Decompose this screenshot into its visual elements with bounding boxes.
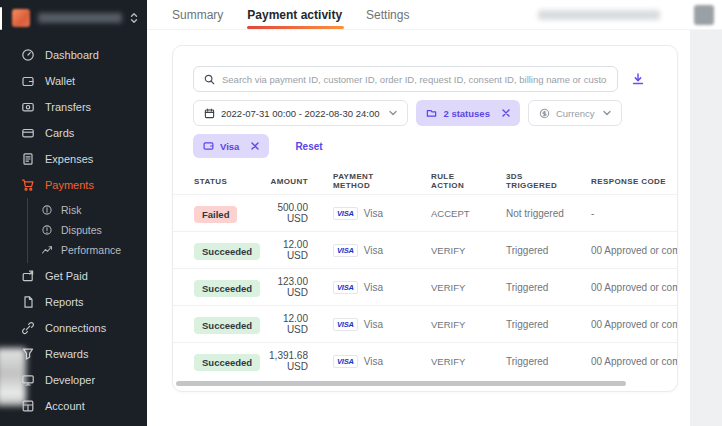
dashboard-icon: [21, 48, 35, 62]
amount-cell: 123.00 USD: [264, 276, 308, 298]
statuses-filter-chip[interactable]: 2 statuses: [416, 100, 519, 126]
sidebar-item-label: Get Paid: [45, 270, 88, 282]
tab-summary[interactable]: Summary: [172, 0, 223, 30]
payment-method-cell: VISA Visa: [308, 318, 406, 331]
date-range-value: 2022-07-31 00:00 - 2022-08-30 24:00: [221, 108, 379, 119]
payment-method-cell: VISA Visa: [308, 244, 406, 257]
amount-cell: 500.00 USD: [264, 202, 308, 224]
sidebar-item-label: Rewards: [45, 348, 88, 360]
active-tab-underline: [247, 26, 344, 29]
threeds-cell: Triggered: [481, 245, 566, 256]
table-row[interactable]: Succeeded 12.00 USD VISA Visa VERIFY Tri…: [173, 231, 677, 268]
table-header-row: STATUS AMOUNT PAYMENT METHOD RULE ACTION…: [173, 168, 677, 194]
user-email-redacted: [538, 10, 660, 20]
threeds-cell: Triggered: [481, 282, 566, 293]
sidebar-subitem-label: Risk: [61, 204, 81, 216]
visa-filter-chip[interactable]: Visa: [193, 134, 269, 158]
sidebar-item-reports[interactable]: Reports: [0, 289, 147, 315]
payment-method-cell: VISA Visa: [308, 355, 406, 368]
sidebar-item-dashboard[interactable]: Dashboard: [0, 42, 147, 68]
sidebar-subitem-risk[interactable]: Risk: [28, 200, 147, 220]
status-cell: Succeeded: [194, 241, 264, 260]
background-strip: [690, 30, 722, 426]
chevron-down-icon: [603, 110, 611, 116]
table-row[interactable]: Succeeded 123.00 USD VISA Visa VERIFY Tr…: [173, 268, 677, 305]
sidebar-subitem-label: Disputes: [61, 224, 102, 236]
status-badge: Succeeded: [194, 354, 260, 371]
sidebar-item-label: Cards: [45, 127, 74, 139]
table-row[interactable]: Succeeded 12.00 USD VISA Visa VERIFY Tri…: [173, 305, 677, 342]
threeds-cell: Not triggered: [481, 208, 566, 219]
tab-settings[interactable]: Settings: [366, 0, 409, 30]
search-input[interactable]: [222, 74, 607, 85]
sidebar-subitem-disputes[interactable]: Disputes: [28, 220, 147, 240]
status-badge: Failed: [194, 206, 237, 223]
sidebar-item-label: Reports: [45, 296, 84, 308]
rule-action-cell: VERIFY: [406, 356, 481, 367]
horizontal-scrollbar[interactable]: [176, 381, 626, 386]
sidebar-item-label: Connections: [45, 322, 106, 334]
search-icon: [204, 74, 215, 85]
connections-icon: [21, 321, 35, 335]
avatar[interactable]: [694, 5, 714, 25]
tab-payment-activity[interactable]: Payment activity: [247, 0, 342, 30]
rule-action-cell: VERIFY: [406, 319, 481, 330]
sidebar-subitem-performance[interactable]: Performance: [28, 240, 147, 260]
table-row[interactable]: Failed 500.00 USD VISA Visa ACCEPT Not t…: [173, 194, 677, 231]
wallet-icon: [21, 74, 35, 88]
card-wallet-icon: [203, 141, 214, 151]
column-header-response-code: RESPONSE CODE: [566, 177, 677, 186]
applied-filters-row: Visa Reset: [173, 134, 677, 158]
response-code-cell: 00 Approved or comple: [566, 245, 677, 256]
calendar-icon: [204, 108, 215, 119]
clear-statuses-icon[interactable]: [502, 109, 510, 117]
visa-logo-icon: VISA: [333, 318, 358, 331]
payment-method-cell: VISA Visa: [308, 207, 406, 220]
sidebar-item-cards[interactable]: Cards: [0, 120, 147, 146]
sidebar-item-payments[interactable]: Payments: [0, 172, 147, 198]
amount-cell: 12.00 USD: [264, 313, 308, 335]
get-paid-icon: [21, 269, 35, 283]
sidebar-item-label: Wallet: [45, 75, 75, 87]
filter-row: 2022-07-31 00:00 - 2022-08-30 24:00 2 st…: [173, 100, 677, 126]
tab-label: Settings: [366, 8, 409, 22]
currency-filter[interactable]: Currency: [528, 100, 622, 126]
risk-icon: [41, 204, 53, 216]
clear-visa-icon[interactable]: [251, 142, 259, 150]
rule-action-cell: ACCEPT: [406, 208, 481, 219]
download-icon[interactable]: [631, 72, 645, 86]
status-badge: Succeeded: [194, 317, 260, 334]
org-switcher[interactable]: [0, 0, 147, 36]
active-org-indicator: [0, 7, 2, 30]
cards-icon: [21, 126, 35, 140]
response-code-cell: -: [566, 208, 677, 219]
reports-icon: [21, 295, 35, 309]
sidebar-item-transfers[interactable]: Transfers: [0, 94, 147, 120]
reset-filters-button[interactable]: Reset: [295, 141, 322, 152]
search-box: [193, 66, 618, 92]
visa-logo-icon: VISA: [333, 207, 358, 220]
statuses-chip-label: 2 statuses: [443, 108, 489, 119]
search-row: [173, 66, 677, 92]
topbar-right: [538, 5, 722, 25]
status-cell: Failed: [194, 204, 264, 223]
date-range-filter[interactable]: 2022-07-31 00:00 - 2022-08-30 24:00: [193, 100, 408, 126]
sidebar-item-wallet[interactable]: Wallet: [0, 68, 147, 94]
table-row[interactable]: Succeeded 1,391.68 USD VISA Visa VERIFY …: [173, 342, 677, 379]
column-header-rule-action: RULE ACTION: [406, 172, 481, 190]
visa-logo-icon: VISA: [333, 355, 358, 368]
sidebar-item-label: Payments: [45, 179, 94, 191]
payment-method-name: Visa: [364, 282, 383, 293]
payment-method-cell: VISA Visa: [308, 281, 406, 294]
status-badge: Succeeded: [194, 243, 260, 260]
sidebar-item-get-paid[interactable]: Get Paid: [0, 263, 147, 289]
sidebar-item-expenses[interactable]: Expenses: [0, 146, 147, 172]
currency-chip-label: Currency: [556, 108, 595, 119]
statuses-filter-icon: [426, 108, 437, 118]
performance-icon: [41, 244, 53, 256]
app-window: Dashboard Wallet Transfers Cards Expense…: [0, 0, 722, 426]
chevron-down-icon: [389, 110, 397, 116]
payment-method-name: Visa: [364, 208, 383, 219]
org-name-redacted: [38, 13, 122, 23]
sidebar-item-connections[interactable]: Connections: [0, 315, 147, 341]
